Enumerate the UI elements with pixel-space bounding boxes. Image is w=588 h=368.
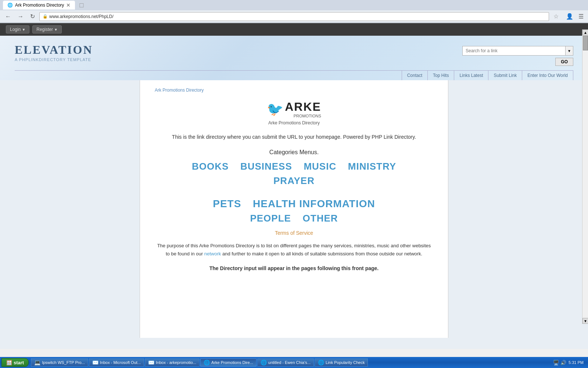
new-tab-button[interactable]: □: [78, 1, 85, 9]
search-dropdown-button[interactable]: ▼: [565, 46, 573, 56]
category-health-information[interactable]: HEALTH INFORMATION: [253, 198, 375, 209]
nav-enter-world[interactable]: Enter Into Our World: [522, 71, 573, 80]
browser-toolbar: ← → ↻ 🔒 www.arkepromotions.net/PhpLD/ ☆ …: [0, 10, 588, 23]
category-row-4: PEOPLE OTHER: [155, 213, 433, 224]
address-bar[interactable]: 🔒 www.arkepromotions.net/PhpLD/: [39, 12, 549, 21]
nav-links-latest[interactable]: Links Latest: [454, 71, 488, 80]
search-block: ▼ GO: [462, 46, 573, 66]
category-people[interactable]: PEOPLE: [250, 213, 291, 224]
scroll-up-button[interactable]: ▲: [582, 29, 588, 35]
header-content: ELEVATION A PHPLINKDIRECTORY TEMPLATE ▼ …: [15, 43, 573, 66]
chrome-user-icon[interactable]: 👤: [564, 12, 575, 21]
scroll-thumb[interactable]: [583, 36, 588, 50]
category-business[interactable]: BUSINESS: [240, 161, 292, 172]
site-header: ELEVATION A PHPLINKDIRECTORY TEMPLATE ▼ …: [0, 36, 588, 80]
login-label: Login: [10, 27, 21, 32]
main-content: Ark Promotions Directory 🐦 ARKE PROMOTIO…: [140, 80, 448, 338]
breadcrumb[interactable]: Ark Promotions Directory: [155, 88, 433, 93]
forward-button[interactable]: →: [15, 13, 26, 21]
intro-text: This is the link directory where you can…: [155, 133, 433, 142]
nav-contact[interactable]: Contact: [402, 71, 428, 80]
logo-text-block: ARKE PROMOTIONS: [285, 100, 321, 118]
site-title-block: ELEVATION A PHPLINKDIRECTORY TEMPLATE: [15, 43, 93, 62]
categories-heading: Categories Menus.: [155, 149, 433, 156]
terms-of-service-link[interactable]: Terms of Service: [155, 230, 433, 236]
login-dropdown-arrow: ▼: [22, 28, 25, 32]
address-bar-url: www.arkepromotions.net/PhpLD/: [49, 14, 114, 19]
network-link[interactable]: network: [204, 251, 221, 256]
tab-close-button[interactable]: ✕: [66, 2, 71, 8]
login-button[interactable]: Login ▼: [6, 25, 29, 33]
search-row: ▼: [462, 46, 573, 56]
category-row-2: PRAYER: [155, 175, 433, 187]
category-prayer[interactable]: PRAYER: [273, 175, 315, 186]
category-pets[interactable]: PETS: [213, 198, 241, 209]
browser-titlebar: 🌐 Ark Promotions Directory ✕ □: [0, 0, 588, 10]
address-bar-icon: 🔒: [43, 14, 48, 19]
site-title: ELEVATION: [15, 43, 93, 57]
site-subtitle: A PHPLINKDIRECTORY TEMPLATE: [15, 57, 93, 62]
category-other[interactable]: OTHER: [303, 213, 338, 224]
category-ministry[interactable]: MINISTRY: [348, 161, 396, 172]
page-container: Login ▼ Register ▼ ELEVATION A PHPLINKDI…: [0, 23, 588, 349]
page-scrollbar[interactable]: ▲ ▼: [582, 29, 588, 324]
search-input[interactable]: [462, 46, 565, 56]
tab-title: Ark Promotions Directory: [15, 3, 64, 8]
nav-submit-link[interactable]: Submit Link: [488, 71, 522, 80]
logo-bird-icon: 🐦: [267, 102, 283, 117]
purpose-text: The purpose of this Arke Promotions Dire…: [155, 242, 433, 258]
chrome-icons: 👤 ☰: [564, 12, 585, 21]
logo-section: 🐦 ARKE PROMOTIONS Arke Promotions Direct…: [155, 100, 433, 125]
logo-promotions-text: PROMOTIONS: [285, 114, 321, 118]
logo-container: 🐦 ARKE PROMOTIONS: [267, 100, 321, 118]
browser-tab[interactable]: 🌐 Ark Promotions Directory ✕: [3, 1, 75, 10]
register-label: Register: [36, 27, 53, 32]
purpose-text-after: and further to make it open to all kinds…: [222, 251, 422, 256]
tab-favicon: 🌐: [7, 3, 13, 8]
refresh-button[interactable]: ↻: [28, 12, 37, 21]
logo-text-arke: ARKE: [285, 100, 321, 113]
category-row-3: PETS HEALTH INFORMATION: [155, 198, 433, 210]
logo-caption: Arke Promotions Directory: [155, 120, 433, 125]
category-music[interactable]: MUSIC: [304, 161, 336, 172]
go-button[interactable]: GO: [555, 58, 573, 66]
browser-chrome: 🌐 Ark Promotions Directory ✕ □ ← → ↻ 🔒 w…: [0, 0, 588, 23]
nav-top-hits[interactable]: Top Hits: [428, 71, 454, 80]
category-row-1: BOOKS BUSINESS MUSIC MINISTRY: [155, 161, 433, 172]
directory-note: The Directory input will appear in the p…: [155, 265, 433, 271]
top-navigation: Login ▼ Register ▼: [0, 23, 588, 36]
scroll-down-button[interactable]: ▼: [582, 318, 588, 324]
chrome-menu-icon[interactable]: ☰: [577, 12, 585, 21]
register-dropdown-arrow: ▼: [54, 28, 58, 32]
site-navigation: Contact Top Hits Links Latest Submit Lin…: [15, 70, 573, 80]
register-button[interactable]: Register ▼: [32, 25, 62, 33]
back-button[interactable]: ←: [3, 13, 13, 21]
category-books[interactable]: BOOKS: [192, 161, 229, 172]
bookmark-star[interactable]: ☆: [551, 12, 561, 21]
